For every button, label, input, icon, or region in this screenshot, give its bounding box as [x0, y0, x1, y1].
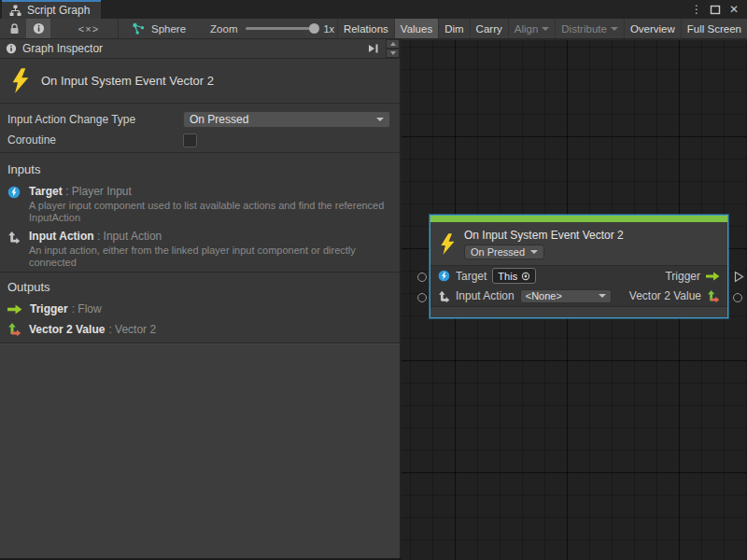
- event-bolt-icon: [440, 233, 456, 255]
- outputs-header: Outputs: [7, 280, 392, 294]
- target-input-port[interactable]: [417, 273, 427, 282]
- port-name: Input Action: [29, 230, 94, 243]
- code-view-button[interactable]: <×>: [71, 19, 106, 38]
- target-value-pill[interactable]: This: [492, 268, 536, 284]
- trigger-output-port[interactable]: [734, 271, 744, 283]
- graph-canvas[interactable]: On Input System Event Vector 2 On Presse…: [402, 39, 747, 560]
- code-icon: <×>: [78, 23, 99, 35]
- chevron-down-icon: [530, 250, 538, 254]
- input-action-icon: [438, 290, 450, 302]
- trigger-port-label: Trigger: [665, 270, 700, 283]
- input-action-input-port[interactable]: [417, 293, 427, 302]
- target-value: This: [498, 271, 517, 282]
- node-row-input-action: Input Action <None> Vector 2 Value: [430, 286, 727, 306]
- port-type: : Player Input: [65, 185, 132, 198]
- input-action-value: <None>: [526, 290, 562, 301]
- change-type-label: Input Action Change Type: [7, 113, 183, 126]
- graph-inspector-panel: Graph Inspector On Input System Event Ve…: [0, 39, 402, 558]
- port-name: Target: [29, 185, 63, 198]
- list-item: Input Action : Input Action An input act…: [7, 230, 392, 269]
- chevron-down-icon: [376, 118, 384, 121]
- inspector-toggle-button[interactable]: [26, 19, 50, 38]
- chevron-down-icon: [542, 27, 549, 31]
- port-name: Trigger: [30, 302, 68, 315]
- node-row-target: Target This Trigger: [430, 265, 727, 286]
- node-mode-value: On Pressed: [471, 246, 525, 258]
- chevron-down-icon: [611, 27, 618, 31]
- zoom-slider[interactable]: [246, 27, 317, 30]
- change-type-dropdown[interactable]: On Pressed: [183, 111, 390, 128]
- distribute-button[interactable]: Distribute: [555, 19, 624, 38]
- node-footer: [430, 306, 727, 317]
- maximize-glyph-icon: [710, 5, 721, 15]
- port-name: Vector 2 Value: [29, 323, 105, 336]
- graph-inspector-title: Graph Inspector: [22, 42, 103, 55]
- toolbar: <×> Sphere Zoom 1x Relations Values Dim …: [0, 19, 747, 39]
- scroll-down-button[interactable]: [386, 49, 400, 58]
- list-item: Trigger : Flow: [7, 302, 392, 315]
- event-bolt-icon: [11, 68, 30, 93]
- unit-settings: Input Action Change Type On Pressed Coro…: [0, 104, 400, 153]
- coroutine-checkbox[interactable]: [183, 133, 197, 147]
- zoom-value: 1x: [324, 23, 335, 35]
- inputs-header: Inputs: [7, 162, 392, 176]
- inputs-section: Inputs Target : Player Input A player in…: [0, 153, 400, 272]
- scroll-up-button[interactable]: [386, 39, 400, 49]
- unit-title-block: On Input System Event Vector 2: [0, 59, 400, 104]
- carry-button[interactable]: Carry: [470, 19, 508, 38]
- align-button[interactable]: Align: [508, 19, 556, 38]
- node-title: On Input System Event Vector 2: [464, 229, 624, 242]
- graph-name: Sphere: [151, 23, 186, 35]
- full-screen-button[interactable]: Full Screen: [681, 19, 747, 38]
- maximize-icon[interactable]: [708, 2, 723, 17]
- port-description: A player input component used to list av…: [29, 200, 388, 224]
- lock-button[interactable]: [2, 19, 26, 38]
- scope-icon: [521, 272, 530, 281]
- port-description: An input action, either from the linked …: [29, 245, 388, 269]
- close-icon[interactable]: ✕: [726, 2, 741, 17]
- dock-panel-button[interactable]: [366, 41, 381, 56]
- list-item: Target : Player Input A player input com…: [7, 185, 392, 224]
- toolbar-separator: [118, 19, 119, 38]
- node-header: On Input System Event Vector 2 On Presse…: [430, 222, 727, 265]
- vector2-icon: [7, 322, 21, 336]
- graph-breadcrumb[interactable]: Sphere: [132, 22, 186, 35]
- flow-arrow-icon: [706, 272, 720, 281]
- relations-button[interactable]: Relations: [337, 19, 394, 38]
- vector2-output-port[interactable]: [733, 293, 742, 302]
- coroutine-label: Coroutine: [7, 133, 183, 147]
- port-type: : Flow: [72, 302, 102, 315]
- zoom-control: Zoom 1x: [210, 23, 334, 35]
- target-port-label: Target: [456, 270, 486, 283]
- port-type: : Vector 2: [108, 323, 156, 336]
- input-action-dropdown[interactable]: <None>: [520, 289, 612, 303]
- info-icon: [6, 43, 17, 54]
- chevron-down-icon: [390, 51, 396, 55]
- titlebar: Script Graph ⋮ ✕: [0, 0, 747, 19]
- toolbar-right-buttons: Relations Values Dim Carry Align Distrib…: [337, 19, 747, 38]
- input-action-icon: [7, 230, 21, 269]
- chevron-down-icon: [599, 294, 606, 298]
- zoom-label: Zoom: [210, 23, 237, 35]
- script-graph-icon: [9, 5, 21, 17]
- window-controls: ⋮ ✕: [689, 0, 747, 19]
- panel-scroll-spinner: [386, 39, 400, 58]
- chevron-up-icon: [390, 42, 396, 46]
- tab-script-graph[interactable]: Script Graph: [2, 0, 101, 19]
- node-mode-dropdown[interactable]: On Pressed: [464, 245, 544, 259]
- lock-icon: [8, 22, 21, 35]
- overview-button[interactable]: Overview: [624, 19, 681, 38]
- outputs-section: Outputs Trigger : Flow Vector 2 Value : …: [0, 272, 400, 343]
- dim-button[interactable]: Dim: [438, 19, 469, 38]
- graph-network-icon: [132, 22, 146, 35]
- zoom-slider-thumb[interactable]: [309, 23, 319, 34]
- inspector-empty-area: [0, 343, 400, 558]
- values-button[interactable]: Values: [394, 19, 438, 38]
- flow-arrow-icon: [7, 304, 22, 315]
- info-icon: [33, 22, 45, 35]
- graph-inspector-header: Graph Inspector: [0, 39, 400, 59]
- event-node[interactable]: On Input System Event Vector 2 On Presse…: [430, 215, 728, 318]
- change-type-value: On Pressed: [190, 113, 248, 126]
- menu-icon[interactable]: ⋮: [689, 2, 704, 17]
- unit-title: On Input System Event Vector 2: [41, 74, 214, 88]
